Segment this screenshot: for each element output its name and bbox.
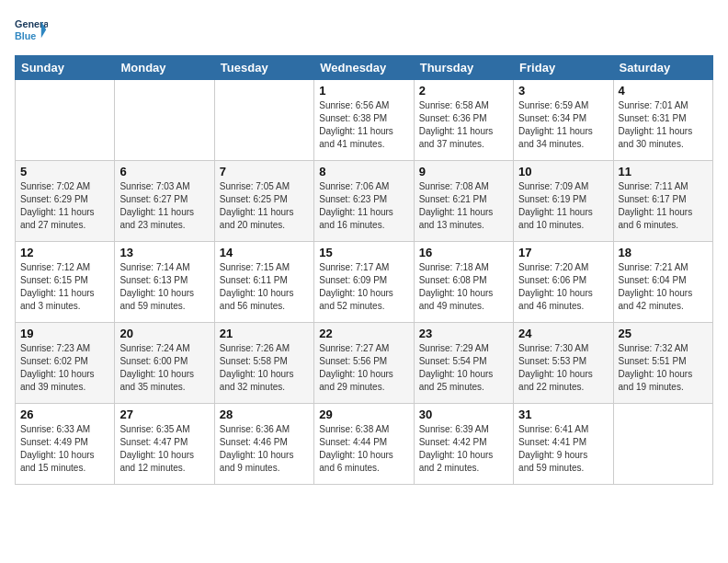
day-number: 6 — [119, 165, 209, 178]
calendar-cell: 4Sunrise: 7:01 AM Sunset: 6:31 PM Daylig… — [613, 80, 712, 161]
day-info: Sunrise: 7:12 AM Sunset: 6:15 PM Dayligh… — [20, 261, 109, 313]
day-number: 10 — [518, 165, 608, 178]
calendar-cell: 12Sunrise: 7:12 AM Sunset: 6:15 PM Dayli… — [16, 242, 115, 323]
day-info: Sunrise: 7:05 AM Sunset: 6:25 PM Dayligh… — [220, 180, 309, 232]
day-info: Sunrise: 7:15 AM Sunset: 6:11 PM Dayligh… — [220, 261, 309, 313]
weekday-header-saturday: Saturday — [613, 56, 712, 80]
week-row-1: 1Sunrise: 6:56 AM Sunset: 6:38 PM Daylig… — [16, 80, 713, 161]
day-info: Sunrise: 7:01 AM Sunset: 6:31 PM Dayligh… — [619, 99, 708, 151]
day-number: 18 — [619, 246, 708, 259]
day-number: 17 — [518, 246, 608, 259]
page-header: GeneralBlue — [15, 15, 713, 48]
logo: GeneralBlue — [15, 15, 48, 48]
calendar-cell: 8Sunrise: 7:06 AM Sunset: 6:23 PM Daylig… — [314, 161, 414, 242]
day-info: Sunrise: 7:21 AM Sunset: 6:04 PM Dayligh… — [619, 261, 708, 313]
day-info: Sunrise: 7:27 AM Sunset: 5:56 PM Dayligh… — [319, 342, 408, 394]
day-number: 15 — [319, 246, 408, 259]
day-info: Sunrise: 7:23 AM Sunset: 6:02 PM Dayligh… — [20, 342, 109, 394]
day-number: 5 — [20, 165, 109, 178]
week-row-2: 5Sunrise: 7:02 AM Sunset: 6:29 PM Daylig… — [16, 161, 713, 242]
calendar-cell: 23Sunrise: 7:29 AM Sunset: 5:54 PM Dayli… — [414, 323, 513, 404]
day-info: Sunrise: 7:20 AM Sunset: 6:06 PM Dayligh… — [518, 261, 608, 313]
day-info: Sunrise: 6:36 AM Sunset: 4:46 PM Dayligh… — [220, 423, 309, 475]
calendar-cell — [16, 80, 115, 161]
weekday-header-monday: Monday — [115, 56, 214, 80]
day-number: 21 — [220, 327, 309, 340]
day-number: 19 — [20, 327, 109, 340]
week-row-4: 19Sunrise: 7:23 AM Sunset: 6:02 PM Dayli… — [16, 323, 713, 404]
day-number: 26 — [20, 408, 109, 421]
day-info: Sunrise: 7:30 AM Sunset: 5:53 PM Dayligh… — [518, 342, 608, 394]
calendar-cell: 15Sunrise: 7:17 AM Sunset: 6:09 PM Dayli… — [314, 242, 414, 323]
day-number: 4 — [619, 84, 708, 98]
day-number: 24 — [518, 327, 608, 340]
day-info: Sunrise: 6:33 AM Sunset: 4:49 PM Dayligh… — [20, 423, 109, 475]
calendar-cell: 11Sunrise: 7:11 AM Sunset: 6:17 PM Dayli… — [613, 161, 712, 242]
calendar-cell: 6Sunrise: 7:03 AM Sunset: 6:27 PM Daylig… — [115, 161, 214, 242]
day-info: Sunrise: 6:56 AM Sunset: 6:38 PM Dayligh… — [319, 99, 408, 151]
weekday-row: SundayMondayTuesdayWednesdayThursdayFrid… — [16, 56, 713, 80]
day-number: 1 — [319, 84, 408, 98]
weekday-header-thursday: Thursday — [414, 56, 513, 80]
day-info: Sunrise: 7:11 AM Sunset: 6:17 PM Dayligh… — [619, 180, 708, 232]
calendar-cell: 2Sunrise: 6:58 AM Sunset: 6:36 PM Daylig… — [414, 80, 513, 161]
day-info: Sunrise: 7:17 AM Sunset: 6:09 PM Dayligh… — [319, 261, 408, 313]
day-info: Sunrise: 6:39 AM Sunset: 4:42 PM Dayligh… — [419, 423, 508, 475]
calendar-cell: 1Sunrise: 6:56 AM Sunset: 6:38 PM Daylig… — [314, 80, 414, 161]
day-info: Sunrise: 7:32 AM Sunset: 5:51 PM Dayligh… — [619, 342, 708, 394]
calendar-cell: 7Sunrise: 7:05 AM Sunset: 6:25 PM Daylig… — [214, 161, 313, 242]
day-number: 20 — [119, 327, 209, 340]
day-number: 12 — [20, 246, 109, 259]
calendar-cell: 29Sunrise: 6:38 AM Sunset: 4:44 PM Dayli… — [314, 404, 414, 485]
svg-text:Blue: Blue — [15, 30, 36, 41]
day-number: 9 — [419, 165, 508, 178]
calendar-cell: 17Sunrise: 7:20 AM Sunset: 6:06 PM Dayli… — [514, 242, 613, 323]
calendar-cell: 13Sunrise: 7:14 AM Sunset: 6:13 PM Dayli… — [115, 242, 214, 323]
week-row-3: 12Sunrise: 7:12 AM Sunset: 6:15 PM Dayli… — [16, 242, 713, 323]
calendar-cell — [613, 404, 712, 485]
day-info: Sunrise: 7:09 AM Sunset: 6:19 PM Dayligh… — [518, 180, 608, 232]
calendar-cell: 27Sunrise: 6:35 AM Sunset: 4:47 PM Dayli… — [115, 404, 214, 485]
weekday-header-wednesday: Wednesday — [314, 56, 414, 80]
calendar-cell: 20Sunrise: 7:24 AM Sunset: 6:00 PM Dayli… — [115, 323, 214, 404]
day-number: 14 — [220, 246, 309, 259]
calendar-cell: 28Sunrise: 6:36 AM Sunset: 4:46 PM Dayli… — [214, 404, 313, 485]
calendar-cell — [115, 80, 214, 161]
day-info: Sunrise: 7:02 AM Sunset: 6:29 PM Dayligh… — [20, 180, 109, 232]
calendar-header: SundayMondayTuesdayWednesdayThursdayFrid… — [16, 56, 713, 80]
day-number: 22 — [319, 327, 408, 340]
day-number: 28 — [220, 408, 309, 421]
day-info: Sunrise: 6:59 AM Sunset: 6:34 PM Dayligh… — [518, 99, 608, 151]
weekday-header-sunday: Sunday — [16, 56, 115, 80]
day-info: Sunrise: 6:41 AM Sunset: 4:41 PM Dayligh… — [518, 423, 608, 475]
day-info: Sunrise: 7:08 AM Sunset: 6:21 PM Dayligh… — [419, 180, 508, 232]
day-info: Sunrise: 7:14 AM Sunset: 6:13 PM Dayligh… — [119, 261, 209, 313]
calendar-cell: 14Sunrise: 7:15 AM Sunset: 6:11 PM Dayli… — [214, 242, 313, 323]
day-info: Sunrise: 7:29 AM Sunset: 5:54 PM Dayligh… — [419, 342, 508, 394]
weekday-header-tuesday: Tuesday — [214, 56, 313, 80]
calendar-cell: 18Sunrise: 7:21 AM Sunset: 6:04 PM Dayli… — [613, 242, 712, 323]
calendar-cell: 22Sunrise: 7:27 AM Sunset: 5:56 PM Dayli… — [314, 323, 414, 404]
day-number: 23 — [419, 327, 508, 340]
day-number: 29 — [319, 408, 408, 421]
calendar-cell: 24Sunrise: 7:30 AM Sunset: 5:53 PM Dayli… — [514, 323, 613, 404]
day-number: 8 — [319, 165, 408, 178]
week-row-5: 26Sunrise: 6:33 AM Sunset: 4:49 PM Dayli… — [16, 404, 713, 485]
logo-icon: GeneralBlue — [15, 15, 48, 48]
calendar-cell: 10Sunrise: 7:09 AM Sunset: 6:19 PM Dayli… — [514, 161, 613, 242]
day-number: 13 — [119, 246, 209, 259]
day-number: 3 — [518, 84, 608, 98]
calendar-cell: 3Sunrise: 6:59 AM Sunset: 6:34 PM Daylig… — [514, 80, 613, 161]
calendar-cell: 25Sunrise: 7:32 AM Sunset: 5:51 PM Dayli… — [613, 323, 712, 404]
day-info: Sunrise: 6:58 AM Sunset: 6:36 PM Dayligh… — [419, 99, 508, 151]
calendar-cell: 31Sunrise: 6:41 AM Sunset: 4:41 PM Dayli… — [514, 404, 613, 485]
day-number: 11 — [619, 165, 708, 178]
calendar-cell: 19Sunrise: 7:23 AM Sunset: 6:02 PM Dayli… — [16, 323, 115, 404]
day-number: 16 — [419, 246, 508, 259]
day-info: Sunrise: 6:35 AM Sunset: 4:47 PM Dayligh… — [119, 423, 209, 475]
day-info: Sunrise: 7:03 AM Sunset: 6:27 PM Dayligh… — [119, 180, 209, 232]
day-info: Sunrise: 7:24 AM Sunset: 6:00 PM Dayligh… — [119, 342, 209, 394]
day-number: 2 — [419, 84, 508, 98]
weekday-header-friday: Friday — [514, 56, 613, 80]
calendar-cell: 16Sunrise: 7:18 AM Sunset: 6:08 PM Dayli… — [414, 242, 513, 323]
